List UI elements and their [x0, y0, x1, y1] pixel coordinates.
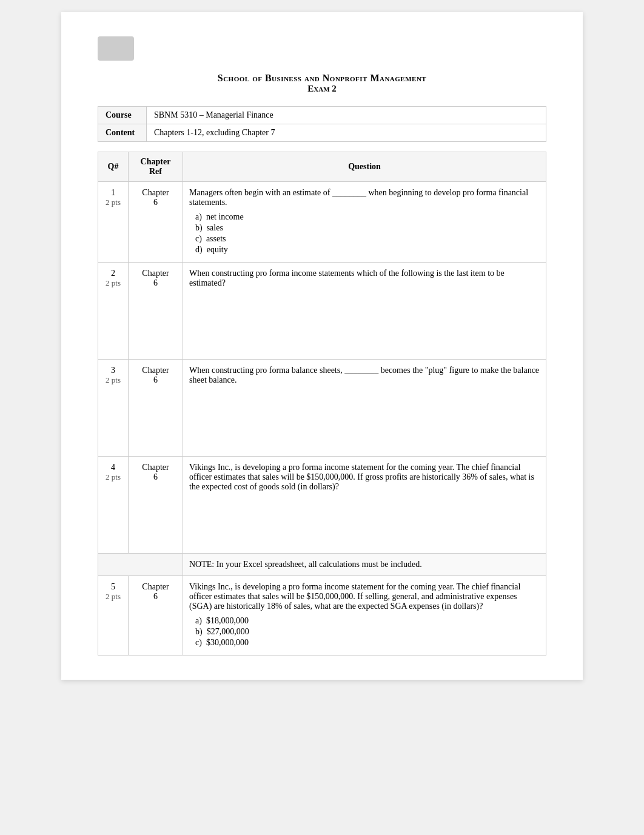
q4-text: Vikings Inc., is developing a pro forma … — [189, 463, 540, 492]
q5-option-a: a) $18,000,000 — [195, 616, 540, 626]
note-empty-cell — [98, 554, 183, 576]
q3-number: 3 — [111, 366, 115, 375]
table-row: 1 2 pts Chapter 6 Managers often begin w… — [98, 182, 546, 263]
q2-chapter-num: 6 — [153, 278, 158, 287]
q1-option-c: c) assets — [195, 234, 540, 244]
note-row: NOTE: In your Excel spreadsheet, all cal… — [98, 554, 546, 576]
q5-option-c: c) $30,000,000 — [195, 638, 540, 648]
page: School of Business and Nonprofit Managem… — [61, 12, 583, 680]
q2-chapter-label: Chapter — [142, 269, 169, 278]
q3-pts: 2 pts — [106, 375, 121, 385]
q5-option-b: b) $27,000,000 — [195, 627, 540, 637]
q1-chap-cell: Chapter 6 — [129, 182, 183, 263]
q1-num-block: 1 2 pts — [104, 188, 122, 207]
page-title: School of Business and Nonprofit Managem… — [98, 73, 546, 94]
q4-num-block: 4 2 pts — [104, 463, 122, 482]
q2-num-cell: 2 2 pts — [98, 263, 129, 360]
q4-chapter-num: 6 — [153, 472, 158, 481]
q4-question-cell: Vikings Inc., is developing a pro forma … — [183, 457, 546, 554]
table-row: 4 2 pts Chapter 6 Vikings Inc., is devel… — [98, 457, 546, 554]
q3-chapter-num: 6 — [153, 375, 158, 384]
q2-chap-cell: Chapter 6 — [129, 263, 183, 360]
content-value: Chapters 1-12, excluding Chapter 7 — [147, 124, 546, 142]
q1-chapter-label: Chapter — [142, 188, 169, 197]
questions-table: Q# Chapter Ref Question 1 2 pts Chapter … — [98, 152, 546, 656]
q2-num-block: 2 2 pts — [104, 269, 122, 288]
q4-chap-cell: Chapter 6 — [129, 457, 183, 554]
col-header-chap: Chapter Ref — [129, 152, 183, 182]
q3-num-cell: 3 2 pts — [98, 360, 129, 457]
table-row: 3 2 pts Chapter 6 When constructing pro … — [98, 360, 546, 457]
info-table: Course SBNM 5310 – Managerial Finance Co… — [98, 106, 546, 142]
q4-num-cell: 4 2 pts — [98, 457, 129, 554]
col-header-qnum: Q# — [98, 152, 129, 182]
q4-number: 4 — [111, 463, 115, 472]
content-label: Content — [98, 124, 147, 142]
q4-chapter-label: Chapter — [142, 463, 169, 472]
table-row: 5 2 pts Chapter 6 Vikings Inc., is devel… — [98, 576, 546, 656]
table-row: 2 2 pts Chapter 6 When constructing pro … — [98, 263, 546, 360]
title-line1: School of Business and Nonprofit Managem… — [98, 73, 546, 84]
q1-option-d: d) equity — [195, 245, 540, 255]
q5-text: Vikings Inc., is developing a pro forma … — [189, 582, 540, 611]
q1-number: 1 — [111, 188, 115, 198]
q1-options: a) net income b) sales c) assets d) equi… — [189, 212, 540, 255]
course-value: SBNM 5310 – Managerial Finance — [147, 107, 546, 124]
q3-text: When constructing pro forma balance shee… — [189, 366, 540, 385]
q5-chapter-label: Chapter — [142, 582, 169, 591]
q5-chapter-num: 6 — [153, 592, 158, 601]
q3-num-block: 3 2 pts — [104, 366, 122, 385]
q1-question-cell: Managers often begin with an estimate of… — [183, 182, 546, 263]
q1-pts: 2 pts — [106, 198, 121, 207]
q1-text: Managers often begin with an estimate of… — [189, 188, 540, 207]
q3-chap-cell: Chapter 6 — [129, 360, 183, 457]
q4-pts: 2 pts — [106, 472, 121, 482]
note-text: NOTE: In your Excel spreadsheet, all cal… — [189, 560, 540, 569]
q2-question-cell: When constructing pro forma income state… — [183, 263, 546, 360]
q1-option-b: b) sales — [195, 223, 540, 233]
q2-pts: 2 pts — [106, 278, 121, 288]
q5-number: 5 — [111, 582, 115, 592]
course-label: Course — [98, 107, 147, 124]
q2-number: 2 — [111, 269, 115, 278]
q3-chapter-label: Chapter — [142, 366, 169, 375]
title-line2: Exam 2 — [98, 84, 546, 94]
header-logo — [98, 36, 134, 61]
q5-chap-cell: Chapter 6 — [129, 576, 183, 656]
q5-num-block: 5 2 pts — [104, 582, 122, 602]
q5-options: a) $18,000,000 b) $27,000,000 c) $30,000… — [189, 616, 540, 648]
q1-option-a: a) net income — [195, 212, 540, 222]
note-text-cell: NOTE: In your Excel spreadsheet, all cal… — [183, 554, 546, 576]
col-header-question: Question — [183, 152, 546, 182]
q5-question-cell: Vikings Inc., is developing a pro forma … — [183, 576, 546, 656]
q5-num-cell: 5 2 pts — [98, 576, 129, 656]
q1-num-cell: 1 2 pts — [98, 182, 129, 263]
q3-question-cell: When constructing pro forma balance shee… — [183, 360, 546, 457]
q5-pts: 2 pts — [106, 592, 121, 602]
q2-text: When constructing pro forma income state… — [189, 269, 540, 288]
q1-chapter-num: 6 — [153, 198, 158, 207]
